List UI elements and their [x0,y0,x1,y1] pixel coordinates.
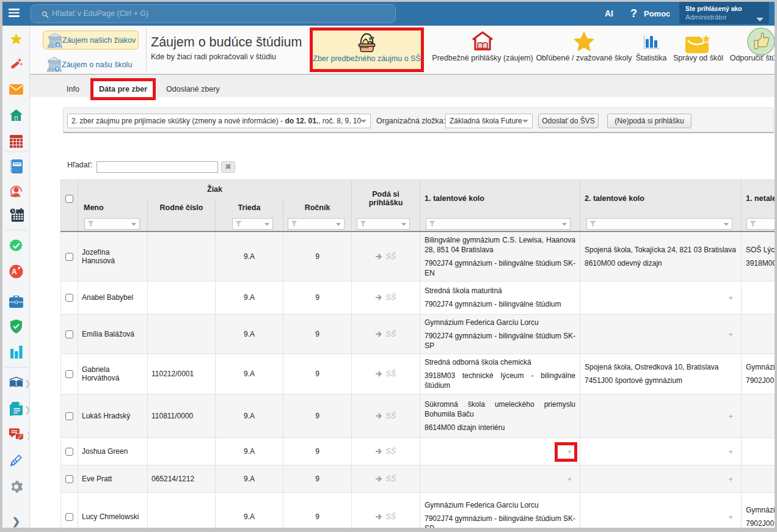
svg-text:A: A [12,268,17,276]
svg-text:9: 9 [56,42,59,48]
svg-text:9: 9 [56,66,58,71]
